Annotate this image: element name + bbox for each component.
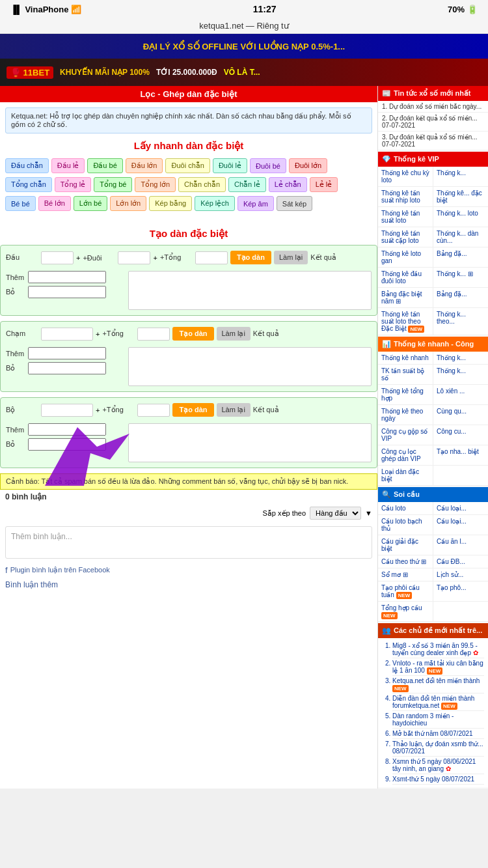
- comment-input[interactable]: Thêm bình luận...: [5, 526, 372, 559]
- vip-cell-7b[interactable]: Bảng đặ...: [433, 288, 488, 307]
- quick-cell-6a[interactable]: Công cụ lọc ghép dàn VIP: [378, 445, 433, 465]
- btn-lon-lon[interactable]: Lớn lớn: [110, 196, 146, 211]
- soicau-cell-1a[interactable]: Cầu loto: [378, 502, 433, 514]
- btn-dau-chan[interactable]: Đầu chẵn: [5, 158, 49, 173]
- btn-create-1[interactable]: Tạo dàn: [230, 251, 271, 264]
- btn-duoi-lon[interactable]: Đuôi lớn: [289, 158, 327, 173]
- topic-item-6[interactable]: Mở bắt thứ năm 08/07/2021: [392, 729, 484, 739]
- vip-cell-5a[interactable]: Thống kê loto gan: [378, 247, 433, 267]
- topic-item-1[interactable]: Mig8 - xổ số 3 miền ăn 99.5 - tuyển cùng…: [392, 641, 484, 658]
- btn-create-3[interactable]: Tạo dàn: [172, 403, 213, 417]
- topic-item-7[interactable]: Thảo luận, dự đoán xsmb thứ... 08/07/202…: [392, 739, 484, 757]
- vip-cell-1b[interactable]: Thống k...: [433, 167, 488, 186]
- them-input-3[interactable]: [28, 423, 106, 436]
- vip-cell-6b[interactable]: Thống k... ⊞: [433, 268, 488, 287]
- vip-cell-3a[interactable]: Thống kê tần suất loto: [378, 207, 433, 227]
- soicau-cell-4a[interactable]: Cầu theo thứ ⊞: [378, 555, 433, 568]
- quick-cell-2a[interactable]: TK tần suất bộ số: [378, 365, 433, 384]
- btn-tong-le[interactable]: Tổng lẻ: [55, 177, 91, 192]
- btn-kep-am[interactable]: Kép âm: [237, 196, 274, 211]
- topic-item-3[interactable]: Ketqua.net đổi tên miền thành NEW: [392, 676, 484, 693]
- soicau-cell-1b[interactable]: Cầu loại...: [433, 502, 488, 514]
- btn-le-le[interactable]: Lẻ lẻ: [310, 177, 338, 192]
- them-input-2[interactable]: [28, 347, 106, 359]
- url-bar[interactable]: ketqua1.net — Riêng tư: [0, 18, 488, 34]
- topic-item-2[interactable]: Vnloto - ra mắt tải xiu cân bằng lệ 1 ăn…: [392, 658, 484, 676]
- soicau-cell-2b[interactable]: Cầu loại...: [433, 515, 488, 535]
- btn-tong-be[interactable]: Tổng bé: [94, 177, 132, 192]
- btn-be-be[interactable]: Bé bé: [5, 196, 36, 211]
- input-duoi-1[interactable]: [118, 251, 150, 264]
- btn-reset-2[interactable]: Làm lại: [217, 327, 251, 341]
- topic-item-4[interactable]: Diễn đàn đổi tên miền thành forumketqua.…: [392, 693, 484, 711]
- bo-input-3[interactable]: [28, 438, 106, 451]
- soicau-cell-6a[interactable]: Tạo phôi cầu tuần NEW: [378, 581, 433, 601]
- btn-dau-lon[interactable]: Đầu lớn: [126, 158, 163, 173]
- btn-tong-lon[interactable]: Tổng lớn: [135, 177, 176, 192]
- btn-be-lon[interactable]: Bé lớn: [38, 196, 71, 211]
- quick-cell-2b[interactable]: Thống k...: [433, 365, 488, 384]
- news-item-3[interactable]: 3. Dự đoán kết quả xổ số miền... 07-07-2…: [378, 132, 488, 150]
- news-item-2[interactable]: 2. Dự đoán kết quả xổ số miền... 07-07-2…: [378, 113, 488, 132]
- quick-cell-5b[interactable]: Công cu...: [433, 425, 488, 445]
- soicau-cell-3b[interactable]: Cầu ăn l...: [433, 535, 488, 555]
- vip-cell-6a[interactable]: Thống kê đầu đuôi loto: [378, 268, 433, 287]
- vip-cell-2a[interactable]: Thống kê tần suất nhip loto: [378, 187, 433, 206]
- btn-duoi-chan[interactable]: Đuôi chẵn: [165, 158, 210, 173]
- btn-duoi-le[interactable]: Đuôi lẻ: [213, 158, 247, 173]
- vip-cell-5b[interactable]: Bảng đặ...: [433, 247, 488, 267]
- btn-dau-be[interactable]: Đầu bé: [87, 158, 122, 173]
- soicau-cell-4b[interactable]: Cầu ĐB...: [433, 555, 488, 568]
- input-bo-3[interactable]: [41, 404, 93, 417]
- btn-create-2[interactable]: Tạo dàn: [172, 327, 213, 341]
- input-tong-3[interactable]: [137, 404, 170, 417]
- banner-top[interactable]: ĐẠI LÝ XỔ SỐ OFFLINE VỚI LUỒNG NẠP 0.5%-…: [0, 34, 488, 59]
- btn-le-chan[interactable]: Lẻ chẵn: [269, 177, 307, 192]
- quick-cell-6b[interactable]: Tạo nha... biệt: [433, 445, 488, 465]
- topic-item-5[interactable]: Dàn random 3 miền - haydoichieu: [392, 711, 484, 729]
- vip-cell-7a[interactable]: Bảng đặc biệt năm ⊞: [378, 288, 433, 307]
- banner-11bet[interactable]: 🥊 11BET KHUYẾN MÃI NẠP 100% TỚI 25.000.0…: [0, 59, 488, 86]
- btn-chan-le[interactable]: Chẵn lẻ: [228, 177, 266, 192]
- input-dau-1[interactable]: [41, 251, 74, 264]
- vip-cell-4a[interactable]: Thống kê tần suất cặp loto: [378, 227, 433, 247]
- btn-sat-kep[interactable]: Sát kép: [277, 196, 312, 211]
- vip-cell-4b[interactable]: Thống k... dàn cùn...: [433, 227, 488, 247]
- bo-input-2[interactable]: [28, 362, 106, 374]
- btn-reset-1[interactable]: Làm lại: [274, 251, 308, 264]
- soicau-cell-6b[interactable]: Tạo phô...: [433, 581, 488, 601]
- soicau-cell-3a[interactable]: Cầu giải đặc biệt: [378, 535, 433, 555]
- quick-cell-7a[interactable]: Loại dàn đặc biệt: [378, 466, 433, 485]
- btn-duoi-be[interactable]: Đuôi bé: [250, 158, 286, 173]
- quick-cell-3b[interactable]: Lô xiên ...: [433, 385, 488, 404]
- quick-cell-4a[interactable]: Thống kê theo ngày: [378, 405, 433, 425]
- input-tong-2[interactable]: [137, 328, 170, 341]
- vip-cell-3b[interactable]: Thống k... loto: [433, 207, 488, 227]
- quick-cell-4b[interactable]: Cùng qu...: [433, 405, 488, 425]
- quick-cell-1a[interactable]: Thống kê nhanh: [378, 352, 433, 364]
- btn-lon-be[interactable]: Lớn bé: [74, 196, 108, 211]
- btn-kep-bang[interactable]: Kép bằng: [149, 196, 192, 211]
- vip-cell-2b[interactable]: Thống kê... đặc biệt: [433, 187, 488, 206]
- topic-item-8[interactable]: Xsmn thứ 5 ngày 08/06/2021 tây ninh, an …: [392, 757, 484, 774]
- more-comments-link[interactable]: Bình luận thêm: [0, 578, 377, 592]
- soicau-cell-5a[interactable]: Sổ mơ ⊞: [378, 568, 433, 581]
- btn-kep-lech[interactable]: Kép lệch: [195, 196, 235, 211]
- btn-reset-3[interactable]: Làm lại: [217, 403, 251, 417]
- fb-plugin[interactable]: f Plugin bình luận trên Facebook: [0, 563, 377, 578]
- vip-cell-8a[interactable]: Thống kê tần suất loto theo Đặc Biệt NEW: [378, 308, 433, 335]
- bo-input-1[interactable]: [28, 286, 106, 298]
- input-tong-1[interactable]: [195, 251, 228, 264]
- soicau-cell-5b[interactable]: Lịch sử...: [433, 568, 488, 581]
- btn-dau-le[interactable]: Đầu lẻ: [51, 158, 85, 173]
- vip-cell-1a[interactable]: Thống kê chu kỳ loto: [378, 167, 433, 186]
- quick-cell-1b[interactable]: Thống k...: [433, 352, 488, 364]
- quick-cell-3a[interactable]: Thống kê tổng hợp: [378, 385, 433, 404]
- vip-cell-8b[interactable]: Thống k... theo...: [433, 308, 488, 335]
- soicau-cell-2a[interactable]: Cầu loto bạch thủ: [378, 515, 433, 535]
- them-input-1[interactable]: [28, 271, 106, 283]
- topic-item-9[interactable]: Xsmt-thứ 5 ngày 08/07/2021: [392, 774, 484, 785]
- btn-tong-chan[interactable]: Tổng chẵn: [5, 177, 52, 192]
- news-item-1[interactable]: 1. Dự đoán xổ số miền bắc ngày...: [378, 101, 488, 113]
- soicau-cell-7a[interactable]: Tổng hợp cầu NEW: [378, 602, 433, 621]
